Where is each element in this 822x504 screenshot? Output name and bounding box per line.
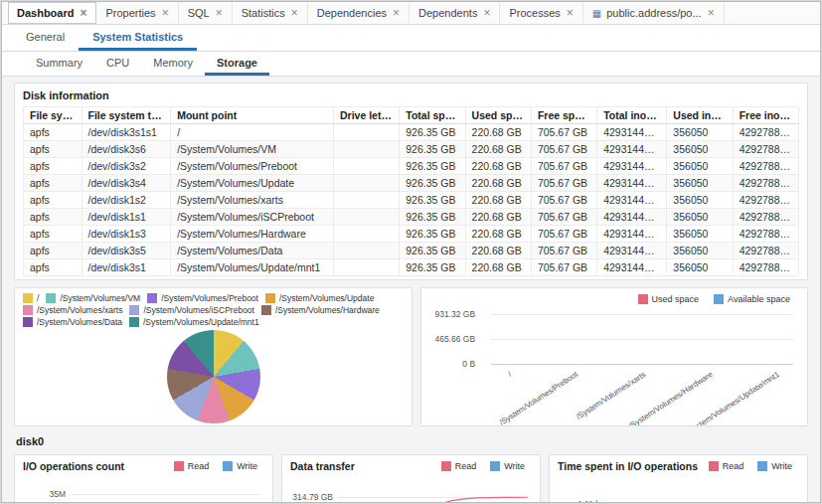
legend-item-write: Write bbox=[223, 461, 257, 471]
legend-swatch bbox=[147, 293, 157, 303]
table-cell: 4293144338 bbox=[597, 192, 667, 209]
table-row: apfs/dev/disk3s1s1/926.35 GB220.68 GB705… bbox=[24, 124, 799, 141]
table-row: apfs/dev/disk1s2/System/Volumes/xarts926… bbox=[24, 192, 799, 209]
table-cell: 220.68 GB bbox=[465, 243, 531, 259]
close-icon[interactable]: × bbox=[392, 7, 401, 19]
table-cell: 4292788288 bbox=[733, 209, 798, 226]
column-header-total-inodes: Total inodes bbox=[597, 107, 667, 124]
table-cell: apfs bbox=[24, 192, 82, 209]
close-icon[interactable]: × bbox=[161, 7, 170, 19]
main-tab-properties[interactable]: Properties× bbox=[96, 2, 178, 24]
legend-swatch bbox=[490, 461, 500, 471]
table-cell: 220.68 GB bbox=[465, 175, 531, 192]
legend-label: /System/Volumes/Preboot bbox=[161, 293, 258, 303]
table-cell: apfs bbox=[24, 124, 82, 141]
stacked-bar-chart bbox=[491, 314, 793, 364]
table-cell: / bbox=[171, 124, 334, 141]
table-cell: 356050 bbox=[667, 226, 733, 243]
main-tab-dependencies[interactable]: Dependencies× bbox=[308, 2, 410, 24]
table-cell: 4292788288 bbox=[733, 226, 798, 243]
main-tab-statistics[interactable]: Statistics× bbox=[233, 2, 308, 24]
legend-label: Write bbox=[771, 461, 792, 471]
table-cell: 4292788288 bbox=[733, 141, 798, 158]
x-axis-label: /System/Volumes/xarts bbox=[575, 370, 647, 421]
close-icon[interactable]: × bbox=[79, 7, 87, 19]
table-cell: 4293144338 bbox=[597, 175, 667, 192]
main-tab-sql[interactable]: SQL× bbox=[179, 2, 233, 24]
column-header-drive-letter: Drive letter bbox=[333, 107, 399, 124]
table-cell bbox=[333, 124, 399, 141]
legend-swatch bbox=[714, 294, 724, 304]
table-row: apfs/dev/disk3s1/System/Volumes/Update/m… bbox=[24, 259, 799, 276]
table-cell: 4293144338 bbox=[597, 158, 667, 175]
table-cell: 220.68 GB bbox=[465, 209, 531, 226]
close-icon[interactable]: × bbox=[707, 7, 716, 19]
legend-item-system-volumes-xarts: /System/Volumes/xarts bbox=[23, 305, 122, 315]
legend-swatch bbox=[757, 461, 767, 471]
close-icon[interactable]: × bbox=[566, 7, 575, 19]
table-cell: apfs bbox=[24, 226, 82, 243]
sub-tab-memory[interactable]: Memory bbox=[141, 52, 205, 76]
column-header-free-inodes: Free inodes bbox=[733, 107, 798, 124]
chart-panel-time-spent-in-i-o-operations: Time spent in I/O operationsReadWrite1.1… bbox=[549, 454, 808, 502]
bar-legend: Used spaceAvailable space bbox=[638, 294, 797, 304]
legend-item-read: Read bbox=[441, 461, 477, 471]
legend-swatch bbox=[261, 305, 271, 315]
section-tab-system-statistics[interactable]: System Statistics bbox=[79, 25, 197, 51]
table-cell bbox=[333, 226, 399, 243]
table-cell: 220.68 GB bbox=[465, 226, 531, 243]
legend-item-write: Write bbox=[490, 461, 525, 471]
main-tab-bar: Dashboard×Properties×SQL×Statistics×Depe… bbox=[2, 2, 820, 25]
table-cell: 356050 bbox=[667, 158, 733, 175]
table-cell: 4292788288 bbox=[733, 175, 798, 192]
table-cell bbox=[333, 259, 399, 276]
table-cell: apfs bbox=[24, 175, 82, 192]
legend-swatch bbox=[709, 461, 719, 471]
read-line bbox=[338, 497, 528, 502]
y-axis-tick: 314.79 GB bbox=[292, 492, 333, 502]
section-tab-general[interactable]: General bbox=[12, 25, 79, 51]
table-row: apfs/dev/disk3s5/System/Volumes/Data926.… bbox=[24, 243, 799, 259]
table-cell: 705.67 GB bbox=[531, 141, 596, 158]
sub-tab-cpu[interactable]: CPU bbox=[94, 52, 141, 76]
legend-label: Read bbox=[188, 461, 210, 471]
legend-swatch bbox=[129, 305, 139, 315]
gridline bbox=[491, 364, 793, 365]
legend-item-read: Read bbox=[709, 461, 744, 471]
y-axis-tick: 35M bbox=[49, 489, 66, 499]
tab-label: Dependencies bbox=[317, 7, 387, 19]
main-tab-dependents[interactable]: Dependents× bbox=[410, 2, 500, 24]
table-cell: 705.67 GB bbox=[531, 259, 596, 276]
sub-tab-summary[interactable]: Summary bbox=[24, 52, 94, 76]
tab-label: Statistics bbox=[242, 7, 285, 19]
table-cell: /dev/disk1s1 bbox=[82, 209, 171, 226]
main-tab-public-address-po[interactable]: ▦public.address/po...× bbox=[583, 2, 725, 24]
legend-label: /System/Volumes/Data bbox=[37, 317, 122, 327]
close-icon[interactable]: × bbox=[215, 7, 224, 19]
table-body: apfs/dev/disk3s1s1/926.35 GB220.68 GB705… bbox=[24, 124, 799, 276]
close-icon[interactable]: × bbox=[290, 7, 299, 19]
table-cell: 4292788288 bbox=[733, 124, 798, 141]
main-tab-processes[interactable]: Processes× bbox=[500, 2, 582, 24]
tab-label: SQL bbox=[188, 7, 210, 19]
table-cell: 705.67 GB bbox=[531, 243, 596, 259]
table-cell: 4292788288 bbox=[733, 192, 798, 209]
chart-header: Time spent in I/O operationsReadWrite bbox=[558, 460, 799, 472]
chart-title: Time spent in I/O operations bbox=[558, 460, 698, 472]
disk-information-title: Disk information bbox=[23, 89, 799, 101]
table-cell: 926.35 GB bbox=[400, 226, 465, 243]
table-cell: 705.67 GB bbox=[531, 175, 596, 192]
close-icon[interactable]: × bbox=[482, 7, 491, 19]
table-cell: /System/Volumes/Update bbox=[171, 175, 334, 192]
section-tab-bar: GeneralSystem Statistics bbox=[2, 25, 820, 52]
table-cell: /System/Volumes/xarts bbox=[171, 192, 334, 209]
pgadmin-dashboard-window: Dashboard×Properties×SQL×Statistics×Depe… bbox=[1, 1, 821, 503]
column-header-file-system: File system bbox=[24, 107, 82, 124]
legend-label: Read bbox=[455, 461, 477, 471]
main-tab-dashboard[interactable]: Dashboard× bbox=[8, 2, 96, 24]
bar-x-axis: //System/Volumes/Preboot/System/Volumes/… bbox=[491, 368, 793, 421]
table-cell: /System/Volumes/Hardware bbox=[171, 226, 334, 243]
legend-item-used-space: Used space bbox=[638, 294, 700, 304]
legend-label: Available space bbox=[728, 294, 790, 304]
sub-tab-storage[interactable]: Storage bbox=[205, 52, 269, 76]
